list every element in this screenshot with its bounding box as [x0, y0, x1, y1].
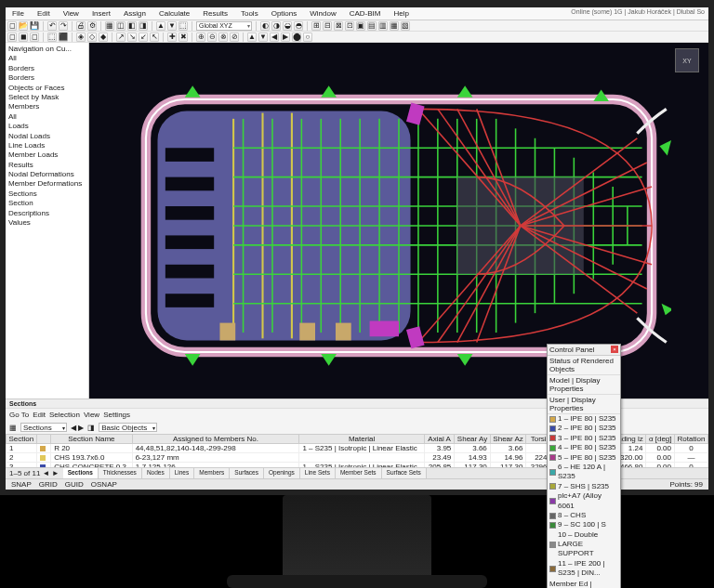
bp-tab-selection[interactable]: Selection — [49, 411, 80, 419]
tool-btn[interactable]: ◐ — [260, 21, 270, 31]
tool-btn[interactable]: ⬛ — [59, 33, 68, 42]
bottom-tab[interactable]: Members — [194, 468, 230, 478]
cp-section[interactable]: Status of Rendered Objects — [548, 356, 620, 375]
menu-file[interactable]: File — [9, 8, 27, 19]
tool-btn[interactable]: ⬤ — [292, 33, 301, 42]
redo-icon[interactable]: ↷ — [59, 21, 68, 31]
material-item[interactable]: 9 – SC 100 | S — [548, 520, 620, 529]
tool-btn[interactable]: ▶ — [281, 33, 290, 42]
tool-btn[interactable]: ◈ — [76, 33, 86, 42]
cp-member-section[interactable]: Member Ed | Display Properties — [548, 579, 620, 588]
tool-btn[interactable]: ▦ — [390, 21, 399, 31]
basicobjects-combo[interactable]: Basic Objects — [99, 423, 157, 432]
tool-icon[interactable]: ⚙ — [87, 21, 97, 31]
status-snap[interactable]: SNAP — [11, 480, 32, 489]
tool-btn[interactable]: ▦ — [105, 21, 114, 31]
tree-item[interactable]: All — [7, 112, 86, 122]
bp-tab-edit[interactable]: Edit — [33, 411, 46, 419]
tree-item[interactable]: Values — [7, 218, 86, 228]
tool-btn[interactable]: ▤ — [367, 21, 377, 31]
tree-item[interactable]: Loads — [7, 122, 86, 131]
menu-calculate[interactable]: Calculate — [156, 8, 192, 19]
tree-item[interactable]: Nodal Loads — [7, 132, 86, 141]
material-item[interactable]: 8 – CHS — [548, 511, 620, 520]
tool-btn[interactable]: ◆ — [99, 33, 108, 42]
tool-btn[interactable]: ↘ — [127, 33, 137, 42]
tool-btn[interactable]: ⊞ — [311, 21, 321, 31]
bottom-tab[interactable]: Sections — [63, 468, 99, 478]
undo-icon[interactable]: ↶ — [47, 21, 57, 31]
bp-tab-settings[interactable]: Settings — [103, 411, 130, 419]
material-item[interactable]: 3 – IPE 80 | S235 — [548, 434, 620, 443]
view-cube[interactable]: XY — [675, 48, 699, 72]
bottom-tab[interactable]: Nodes — [142, 468, 170, 478]
material-item[interactable]: 1 – IPE 80 | S235 — [548, 414, 620, 424]
open-icon[interactable]: 📂 — [19, 21, 28, 31]
tree-item[interactable]: Sections — [7, 189, 86, 199]
bottom-tab[interactable]: Member Sets — [336, 468, 382, 478]
material-item[interactable]: 11 – IPE 200 | S235 | DIN... — [548, 559, 620, 579]
tree-item[interactable]: Results — [7, 161, 86, 170]
menu-window[interactable]: Window — [307, 8, 338, 19]
tool-btn[interactable]: ◻ — [30, 33, 39, 42]
tree-item[interactable]: Nodal Deformations — [7, 170, 86, 179]
tool-btn[interactable]: ⬚ — [178, 21, 188, 31]
tool-btn[interactable]: ⊘ — [230, 33, 239, 42]
tool-btn[interactable]: ⊡ — [345, 21, 354, 31]
tool-btn[interactable]: ◼ — [19, 33, 28, 42]
bp-tab-goto[interactable]: Go To — [9, 411, 29, 419]
status-osnap[interactable]: OSNAP — [91, 480, 117, 489]
tool-btn[interactable]: ◀ — [270, 33, 279, 42]
tree-item[interactable]: Objects or Faces — [7, 84, 86, 93]
menu-results[interactable]: Results — [200, 8, 231, 19]
tool-btn[interactable]: ▼ — [167, 21, 177, 31]
tool-btn[interactable]: ◻ — [7, 33, 17, 42]
tree-item[interactable]: All — [7, 54, 86, 63]
tool-btn[interactable]: ◓ — [294, 21, 303, 31]
tool-btn[interactable]: ⊟ — [323, 21, 332, 31]
material-item[interactable]: 5 – IPE 80 | S235 — [548, 453, 620, 463]
print-icon[interactable]: 🖨 — [76, 21, 86, 31]
tool-btn[interactable]: ⬚ — [47, 33, 57, 42]
bottom-tab[interactable]: Surface Sets — [382, 468, 427, 478]
bp-tab-view[interactable]: View — [84, 411, 99, 419]
bottom-tab[interactable]: Thicknesses — [99, 468, 142, 478]
tool-btn[interactable]: ▼ — [258, 33, 268, 42]
menu-insert[interactable]: Insert — [89, 8, 113, 19]
sections-combo[interactable]: Sections — [20, 423, 67, 432]
bottom-tab[interactable]: Surfaces — [230, 468, 264, 478]
menu-edit[interactable]: Edit — [34, 8, 53, 19]
status-grid[interactable]: GRID — [39, 480, 58, 489]
tree-item[interactable]: Line Loads — [7, 141, 86, 150]
tool-btn[interactable]: ◇ — [87, 33, 97, 42]
tree-item[interactable]: Descriptions — [7, 209, 86, 218]
tree-item[interactable]: Borders — [7, 73, 86, 83]
tool-btn[interactable]: ◒ — [283, 21, 292, 31]
control-panel[interactable]: Control Panel × Status of Rendered Objec… — [547, 344, 621, 588]
menu-view[interactable]: View — [60, 8, 82, 19]
tree-item[interactable]: Select by Mask — [7, 93, 86, 102]
cp-section[interactable]: User | Display Properties — [548, 395, 620, 414]
cp-section[interactable]: Model | Display Properties — [548, 375, 620, 395]
tool-btn[interactable]: ⊠ — [334, 21, 343, 31]
tool-btn[interactable]: ▣ — [356, 21, 365, 31]
tool-btn[interactable]: ✖ — [178, 33, 188, 42]
tool-btn[interactable]: ○ — [303, 33, 312, 42]
tool-btn[interactable]: ↗ — [116, 33, 126, 42]
coord-combo[interactable]: Global XYZ — [196, 21, 252, 31]
bottom-tab[interactable]: Lines — [170, 468, 195, 478]
menu-options[interactable]: Options — [269, 8, 300, 19]
tool-btn[interactable]: ◑ — [271, 21, 281, 31]
tool-btn[interactable]: ▲ — [247, 33, 257, 42]
save-icon[interactable]: 💾 — [30, 21, 39, 31]
new-icon[interactable]: ◻ — [7, 21, 17, 31]
material-item[interactable]: 7 – SHS | S235 — [548, 482, 620, 491]
tool-btn[interactable]: ◫ — [116, 21, 126, 31]
material-item[interactable]: 2 – IPE 80 | S235 — [548, 424, 620, 433]
bottom-tab[interactable]: Openings — [264, 468, 300, 478]
tool-btn[interactable]: ✚ — [167, 33, 177, 42]
tree-item[interactable]: Member Loads — [7, 150, 86, 160]
menu-tools[interactable]: Tools — [238, 8, 261, 19]
tool-btn[interactable]: ◨ — [139, 21, 148, 31]
tree-item[interactable]: Borders — [7, 64, 86, 73]
